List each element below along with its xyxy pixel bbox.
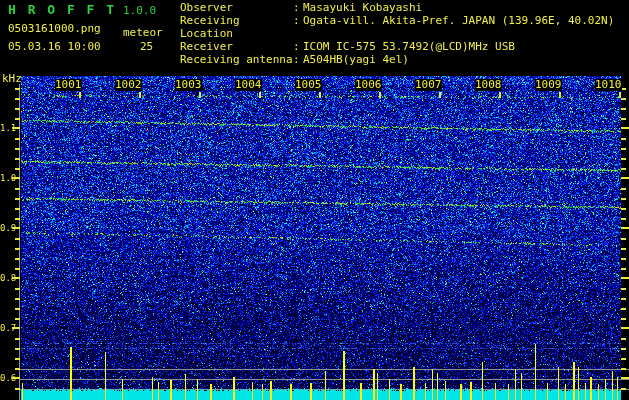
station-value: Masayuki Kobayashi [303,1,422,14]
app-version: 1.0.0 [123,4,156,17]
station-value: A504HB(yagi 4el) [303,53,409,66]
station-info: Observer : Masayuki Kobayashi Receiving … [180,1,614,66]
freq-axis-label: 0.6 [0,373,14,383]
time-label: 1008 [475,79,502,91]
freq-axis-label: 1.0 [0,173,14,183]
observation-mode: meteor [123,26,163,39]
echo-count: 25 [140,40,153,53]
station-label: Receiving antenna [180,53,293,66]
station-value: Ogata-vill. Akita-Pref. JAPAN (139.96E, … [303,14,614,40]
app-title: H R O F F T [8,2,116,17]
capture-datetime: 05.03.16 10:00 [8,40,101,53]
freq-axis-label: 0.8 [0,273,14,283]
station-row-antenna: Receiving antenna : A504HB(yagi 4el) [180,53,614,66]
station-row-observer: Observer : Masayuki Kobayashi [180,1,614,14]
station-row-receiver: Receiver : ICOM IC-575 53.7492(@LCD)MHz … [180,40,614,53]
time-label: 1003 [175,79,202,91]
station-label: Observer [180,1,293,14]
time-label: 1007 [415,79,442,91]
hrofft-screen: H R O F F T 1.0.0 0503161000.png meteor … [0,0,629,400]
time-label: 1004 [235,79,262,91]
freq-axis-label: 1.1 [0,123,14,133]
time-label: 1010 [595,79,622,91]
capture-filename: 0503161000.png [8,22,101,35]
station-separator: : [293,1,303,14]
time-label: 1002 [115,79,142,91]
station-value: ICOM IC-575 53.7492(@LCD)MHz USB [303,40,515,53]
time-label: 1006 [355,79,382,91]
freq-axis-label: 0.7 [0,323,14,333]
station-separator: : [293,40,303,53]
station-separator: : [293,53,303,66]
station-separator: : [293,14,303,40]
freq-axis-label: 0.9 [0,223,14,233]
frequency-axis-unit: kHz [2,72,22,85]
time-label: 1005 [295,79,322,91]
station-label: Receiver [180,40,293,53]
time-label: 1009 [535,79,562,91]
station-label: Receiving Location [180,14,293,40]
station-row-location: Receiving Location : Ogata-vill. Akita-P… [180,14,614,40]
time-label: 1001 [55,79,82,91]
